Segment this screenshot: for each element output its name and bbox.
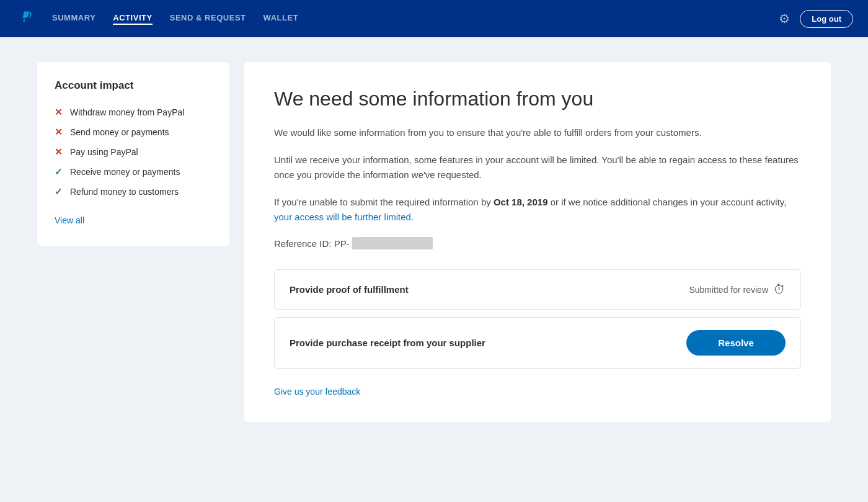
nav-wallet[interactable]: WALLET <box>264 13 299 25</box>
feedback-link[interactable]: Give us your feedback <box>274 387 360 397</box>
impact-list: ✕ Withdraw money from PayPal ✕ Send mone… <box>55 107 212 197</box>
access-warning-link[interactable]: your access will be further limited. <box>274 212 414 222</box>
impact-item-send: ✕ Send money or payments <box>55 127 212 138</box>
feedback-section: Give us your feedback <box>274 386 801 397</box>
page-title: We need some information from you <box>274 87 801 110</box>
logout-button[interactable]: Log out <box>800 10 853 28</box>
check-icon-refund: ✓ <box>55 186 63 197</box>
page-content: Account impact ✕ Withdraw money from Pay… <box>12 37 856 447</box>
intro-paragraph: We would like some information from you … <box>274 125 801 140</box>
impact-label-send: Send money or payments <box>70 127 169 137</box>
x-icon-withdraw: ✕ <box>55 107 63 118</box>
view-all-link[interactable]: View all <box>55 215 84 225</box>
action-status-proof: Submitted for review ⏱ <box>689 282 786 297</box>
navbar: SUMMARY ACTIVITY SEND & REQUEST WALLET ⚙… <box>0 0 868 37</box>
impact-item-withdraw: ✕ Withdraw money from PayPal <box>55 107 212 118</box>
paypal-logo <box>15 6 52 31</box>
deadline-date: Oct 18, 2019 <box>494 197 548 207</box>
deadline-suffix: or if we notice additional changes in yo… <box>547 197 786 207</box>
main-content-panel: We need some information from you We wou… <box>244 62 831 422</box>
x-icon-pay: ✕ <box>55 146 63 158</box>
until-paragraph: Until we receive your information, some … <box>274 153 801 182</box>
impact-label-withdraw: Withdraw money from PayPal <box>70 107 184 117</box>
reference-redacted <box>352 237 433 249</box>
action-card-receipt-label: Provide purchase receipt from your suppl… <box>290 338 485 348</box>
impact-item-pay: ✕ Pay using PayPal <box>55 146 212 158</box>
action-card-proof: Provide proof of fulfillment Submitted f… <box>274 269 801 310</box>
account-impact-panel: Account impact ✕ Withdraw money from Pay… <box>37 62 229 246</box>
reference-prefix: Reference ID: PP- <box>274 238 350 249</box>
action-card-receipt: Provide purchase receipt from your suppl… <box>274 317 801 369</box>
impact-item-refund: ✓ Refund money to customers <box>55 186 212 197</box>
account-impact-title: Account impact <box>55 79 212 92</box>
impact-label-receive: Receive money or payments <box>70 167 180 177</box>
reference-id-row: Reference ID: PP- <box>274 237 801 249</box>
action-card-proof-label: Provide proof of fulfillment <box>290 284 409 295</box>
nav-links: SUMMARY ACTIVITY SEND & REQUEST WALLET <box>52 13 779 25</box>
impact-item-receive: ✓ Receive money or payments <box>55 166 212 177</box>
action-status-proof-text: Submitted for review <box>689 285 768 295</box>
clock-icon: ⏱ <box>773 282 786 297</box>
x-icon-send: ✕ <box>55 127 63 138</box>
deadline-prefix: If you're unable to submit the required … <box>274 197 494 207</box>
nav-activity[interactable]: ACTIVITY <box>113 13 152 25</box>
impact-label-refund: Refund money to customers <box>70 187 179 197</box>
nav-right: ⚙ Log out <box>779 10 853 28</box>
nav-send-request[interactable]: SEND & REQUEST <box>170 13 246 25</box>
nav-summary[interactable]: SUMMARY <box>52 13 95 25</box>
deadline-paragraph: If you're unable to submit the required … <box>274 195 801 225</box>
resolve-button[interactable]: Resolve <box>686 330 786 356</box>
gear-icon[interactable]: ⚙ <box>779 11 790 26</box>
check-icon-receive: ✓ <box>55 166 63 177</box>
impact-label-pay: Pay using PayPal <box>70 147 138 157</box>
